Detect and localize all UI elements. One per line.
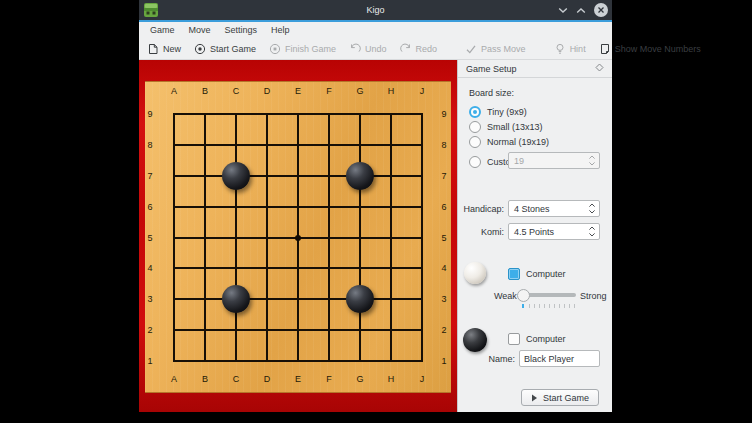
komi-label: Komi: xyxy=(458,227,504,237)
radio-circle[interactable] xyxy=(469,121,481,133)
radio-circle[interactable] xyxy=(469,156,481,168)
radio-circle[interactable] xyxy=(469,136,481,148)
spinbox-arrows-icon[interactable] xyxy=(585,202,599,215)
slider-tick xyxy=(529,304,530,308)
white-stone-icon xyxy=(464,262,486,284)
go-board-frame: AABBCCDDEEFFGGHHJJ998877665544332211 xyxy=(139,60,457,412)
row-label: 1 xyxy=(145,356,155,366)
slider-tick xyxy=(522,304,524,308)
weak-label: Weak xyxy=(494,291,517,301)
row-label: 2 xyxy=(439,325,449,335)
column-label: B xyxy=(197,86,213,96)
menu-help[interactable]: Help xyxy=(264,22,297,38)
row-label: 8 xyxy=(439,140,449,150)
black-player-name-input[interactable] xyxy=(519,350,600,367)
white-computer-label: Computer xyxy=(526,269,566,279)
new-document-icon xyxy=(147,43,159,55)
black-stone xyxy=(346,285,374,313)
radio-small-label: Small (13x13) xyxy=(487,122,543,132)
black-stone-icon xyxy=(463,328,487,352)
slider-tick xyxy=(549,304,550,308)
column-label: A xyxy=(166,374,182,384)
new-button[interactable]: New xyxy=(147,43,181,55)
slider-tick xyxy=(569,304,570,308)
go-board[interactable]: AABBCCDDEEFFGGHHJJ998877665544332211 xyxy=(145,81,451,393)
redo-button[interactable]: Redo xyxy=(400,43,438,55)
minimize-button[interactable] xyxy=(558,7,568,14)
menu-move[interactable]: Move xyxy=(182,22,218,38)
radio-normal[interactable]: Normal (19x19) xyxy=(469,135,549,148)
float-panel-icon[interactable] xyxy=(595,63,604,74)
start-game-button[interactable]: Start Game xyxy=(521,389,599,406)
screen: Kigo Game Move Settings Help xyxy=(0,0,752,423)
komi-spinbox[interactable]: 4.5 Points xyxy=(508,223,600,240)
finish-game-button[interactable]: Finish Game xyxy=(269,43,336,55)
close-button[interactable] xyxy=(594,3,608,17)
row-label: 7 xyxy=(145,171,155,181)
black-stone xyxy=(222,162,250,190)
black-stone xyxy=(222,285,250,313)
komi-value: 4.5 Points xyxy=(509,227,585,237)
column-label: G xyxy=(352,374,368,384)
finish-game-label: Finish Game xyxy=(285,44,336,54)
row-label: 1 xyxy=(439,356,449,366)
show-move-numbers-button[interactable]: Show Move Numbers xyxy=(599,43,701,55)
row-label: 3 xyxy=(439,294,449,304)
spinbox-arrows-icon xyxy=(585,154,599,167)
radio-tiny-label: Tiny (9x9) xyxy=(487,107,527,117)
row-label: 5 xyxy=(145,233,155,243)
redo-arrow-icon xyxy=(400,43,412,55)
column-label: G xyxy=(352,86,368,96)
menubar: Game Move Settings Help xyxy=(139,22,612,38)
grid-line xyxy=(173,360,423,362)
column-label: E xyxy=(290,86,306,96)
pass-move-button[interactable]: Pass Move xyxy=(465,43,526,55)
slider-tick xyxy=(564,304,565,308)
radio-small[interactable]: Small (13x13) xyxy=(469,120,543,133)
slider-tick xyxy=(554,304,555,308)
column-label: B xyxy=(197,374,213,384)
spinbox-arrows-icon[interactable] xyxy=(585,225,599,238)
new-button-label: New xyxy=(163,44,181,54)
window-title: Kigo xyxy=(139,5,612,15)
strong-label: Strong xyxy=(580,291,607,301)
handicap-spinbox[interactable]: 4 Stones xyxy=(508,200,600,217)
board-size-label: Board size: xyxy=(469,88,514,98)
black-computer-checkbox-row[interactable]: Computer xyxy=(508,332,566,345)
column-label: J xyxy=(414,86,430,96)
hint-button[interactable]: Hint xyxy=(554,43,586,55)
kigo-window: Kigo Game Move Settings Help xyxy=(139,0,612,412)
menu-settings[interactable]: Settings xyxy=(218,22,265,38)
white-computer-checkbox-row[interactable]: Computer xyxy=(508,267,566,280)
row-label: 6 xyxy=(439,202,449,212)
row-label: 5 xyxy=(439,233,449,243)
handicap-label: Handicap: xyxy=(458,204,504,214)
titlebar[interactable]: Kigo xyxy=(139,0,612,20)
dock-header: Game Setup xyxy=(458,60,612,78)
slider-tick xyxy=(544,304,545,308)
black-computer-checkbox[interactable] xyxy=(508,333,520,345)
pass-move-label: Pass Move xyxy=(481,44,526,54)
grid-line xyxy=(359,113,361,362)
toolbar: New Start Game Finish Game Undo xyxy=(139,38,612,60)
column-label: F xyxy=(321,374,337,384)
start-game-toolbar-button[interactable]: Start Game xyxy=(194,43,256,55)
column-label: H xyxy=(383,374,399,384)
undo-button[interactable]: Undo xyxy=(349,43,387,55)
radio-circle[interactable] xyxy=(469,106,481,118)
start-game-button-label: Start Game xyxy=(543,393,589,403)
row-label: 2 xyxy=(145,325,155,335)
strength-slider-handle[interactable] xyxy=(517,289,530,302)
column-label: C xyxy=(228,374,244,384)
menu-game[interactable]: Game xyxy=(143,22,182,38)
radio-tiny[interactable]: Tiny (9x9) xyxy=(469,105,527,118)
handicap-value: 4 Stones xyxy=(509,204,585,214)
grid-line xyxy=(328,113,330,362)
stop-circle-icon xyxy=(269,43,281,55)
maximize-button[interactable] xyxy=(576,7,586,14)
panel-title: Game Setup xyxy=(466,64,595,74)
row-label: 6 xyxy=(145,202,155,212)
column-label: H xyxy=(383,86,399,96)
custom-size-spinbox: 19 xyxy=(508,152,600,169)
white-computer-checkbox[interactable] xyxy=(508,268,520,280)
